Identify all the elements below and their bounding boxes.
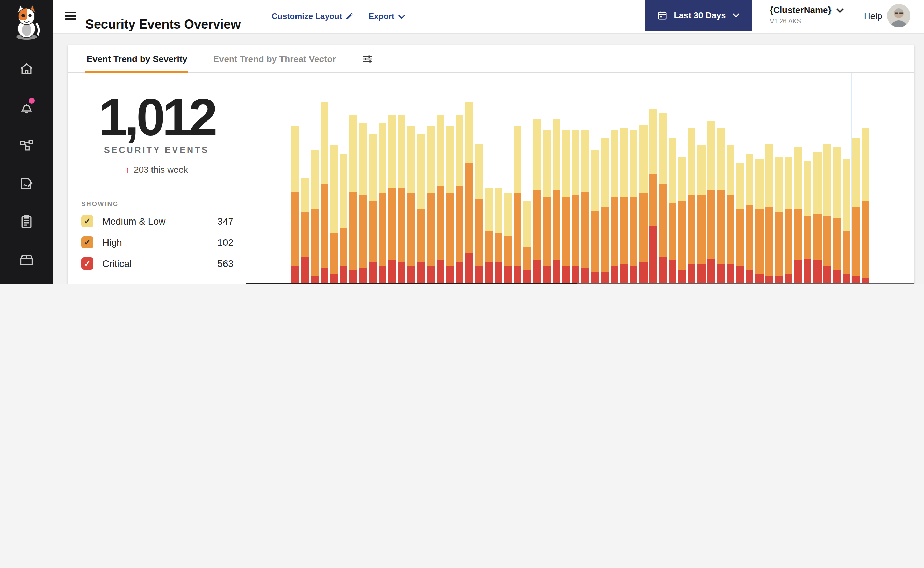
- customize-layout-button[interactable]: Customize Layout: [271, 12, 354, 21]
- chart-bar[interactable]: [601, 138, 609, 283]
- chart-bar[interactable]: [659, 113, 667, 283]
- chart-bar[interactable]: [610, 130, 618, 283]
- bar-segment-critical: [775, 276, 783, 283]
- chart-bar[interactable]: [794, 148, 802, 283]
- chart-bar[interactable]: [475, 144, 483, 283]
- bar-segment-high: [794, 209, 802, 260]
- chart-bar[interactable]: [311, 150, 319, 283]
- bar-segment-high: [427, 193, 435, 266]
- chart-bar[interactable]: [630, 130, 638, 283]
- chart-bar[interactable]: [436, 115, 444, 283]
- image-assurance-box-icon[interactable]: [19, 252, 34, 267]
- bar-segment-medium-low: [427, 127, 435, 193]
- chart-bar[interactable]: [746, 153, 754, 283]
- chart-bar[interactable]: [369, 134, 377, 283]
- chart-bar[interactable]: [388, 115, 396, 283]
- home-icon[interactable]: [19, 62, 34, 77]
- severity-legend-row[interactable]: ✓Critical563: [68, 252, 246, 274]
- policies-edit-icon[interactable]: [19, 176, 34, 191]
- chart-bar[interactable]: [814, 151, 821, 283]
- chart-bar[interactable]: [494, 188, 502, 283]
- chart-bar[interactable]: [350, 115, 357, 283]
- chart-bar[interactable]: [320, 102, 328, 283]
- bar-segment-high: [301, 213, 309, 257]
- bar-segment-critical: [388, 260, 396, 283]
- chart-bar[interactable]: [514, 127, 522, 283]
- x-axis-november[interactable]: NOVEMBER 2022 151015202530: [246, 283, 577, 284]
- chart-bar[interactable]: [649, 109, 657, 283]
- tab-event-trend-by-threat-vector[interactable]: Event Trend by Threat Vector: [212, 45, 338, 73]
- chart-bar[interactable]: [765, 144, 773, 283]
- chart-bar[interactable]: [639, 125, 647, 283]
- chart-bar[interactable]: [407, 127, 415, 283]
- bar-segment-high: [852, 207, 860, 276]
- chart-bar[interactable]: [552, 119, 560, 283]
- severity-checkbox[interactable]: ✓: [81, 236, 93, 248]
- chart-bar[interactable]: [572, 130, 580, 283]
- chart-bar[interactable]: [417, 134, 425, 283]
- severity-label: High: [102, 237, 217, 248]
- chart-bar[interactable]: [707, 121, 715, 283]
- chart-bar[interactable]: [620, 128, 628, 283]
- calico-cat-logo-icon[interactable]: [12, 4, 42, 39]
- chart-bar[interactable]: [775, 157, 783, 283]
- chart-bar[interactable]: [843, 159, 850, 283]
- chart-bar[interactable]: [852, 138, 860, 283]
- chart-bar[interactable]: [378, 123, 386, 283]
- chart-bar[interactable]: [755, 159, 763, 283]
- up-arrow-icon: ↑: [125, 165, 130, 175]
- chart-bar[interactable]: [804, 161, 812, 283]
- chart-bar[interactable]: [582, 130, 589, 283]
- severity-legend-row[interactable]: ✓High102: [68, 231, 246, 252]
- bar-segment-high: [562, 197, 570, 266]
- chart-bar[interactable]: [562, 130, 570, 283]
- bar-segment-medium-low: [407, 127, 415, 193]
- chart-bar[interactable]: [466, 102, 473, 283]
- severity-checkbox[interactable]: ✓: [81, 257, 93, 269]
- bar-segment-critical: [350, 270, 357, 283]
- x-axis-december[interactable]: DECEMBER 2022 29 151015202530: [577, 283, 915, 284]
- chart-bar[interactable]: [823, 144, 831, 283]
- help-link[interactable]: Help: [864, 11, 882, 21]
- chart-bar[interactable]: [330, 146, 338, 283]
- chart-bar[interactable]: [301, 178, 309, 283]
- chart-bar[interactable]: [698, 146, 705, 283]
- severity-legend-row[interactable]: ✓Medium & Low347: [68, 210, 246, 231]
- export-button[interactable]: Export: [368, 12, 405, 21]
- chart-bar[interactable]: [291, 127, 299, 283]
- chart-bar[interactable]: [668, 138, 676, 283]
- chart-bar[interactable]: [446, 127, 454, 283]
- chart-bar[interactable]: [784, 157, 792, 283]
- bar-segment-critical: [814, 260, 821, 283]
- date-range-button[interactable]: Last 30 Days: [645, 0, 752, 31]
- chart-bar[interactable]: [504, 193, 512, 283]
- chart-bar[interactable]: [485, 188, 493, 283]
- chart-bar[interactable]: [398, 115, 406, 283]
- chart-bar[interactable]: [523, 201, 531, 283]
- hamburger-menu-icon[interactable]: [65, 12, 77, 21]
- user-avatar[interactable]: [887, 4, 910, 27]
- chart-bar[interactable]: [533, 119, 541, 283]
- chart-bar[interactable]: [543, 130, 551, 283]
- chart-bar[interactable]: [727, 146, 734, 283]
- bar-segment-medium-low: [456, 115, 464, 186]
- chart-settings-tune-icon[interactable]: [362, 53, 374, 65]
- service-graph-icon[interactable]: [19, 138, 34, 153]
- chart-bar[interactable]: [427, 127, 435, 283]
- chart-bar[interactable]: [717, 128, 725, 283]
- tab-event-trend-by-severity[interactable]: Event Trend by Severity: [85, 45, 189, 73]
- severity-count: 347: [217, 215, 234, 226]
- bar-segment-high: [552, 190, 560, 260]
- chart-bar[interactable]: [736, 163, 744, 283]
- chart-bar[interactable]: [862, 128, 870, 283]
- chart-bar[interactable]: [340, 153, 348, 283]
- chart-bar[interactable]: [688, 128, 696, 283]
- severity-checkbox[interactable]: ✓: [81, 215, 93, 227]
- cluster-selector[interactable]: {ClusterName} V1.26 AKS: [770, 5, 844, 24]
- chart-bar[interactable]: [456, 115, 464, 283]
- chart-bar[interactable]: [359, 123, 367, 283]
- chart-bar[interactable]: [591, 150, 599, 283]
- chart-bar[interactable]: [678, 157, 686, 283]
- chart-bar[interactable]: [833, 148, 841, 283]
- compliance-clipboard-icon[interactable]: [19, 215, 34, 230]
